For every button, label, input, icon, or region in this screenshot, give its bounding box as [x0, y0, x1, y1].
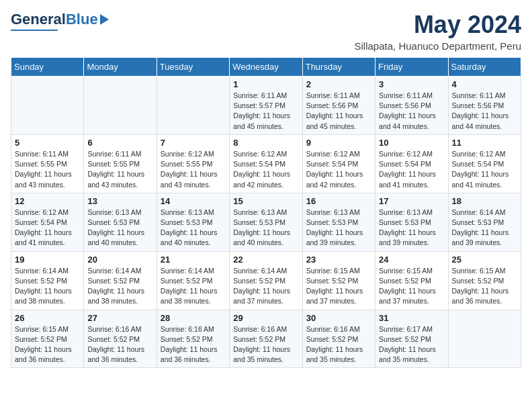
- table-row: 28Sunrise: 6:16 AMSunset: 5:52 PMDayligh…: [157, 310, 229, 368]
- sunset-text: Sunset: 5:53 PM: [161, 218, 213, 226]
- day-number: 29: [233, 313, 298, 323]
- sunset-text: Sunset: 5:52 PM: [452, 277, 504, 285]
- day-number: 2: [306, 79, 371, 89]
- day-info: Sunrise: 6:16 AMSunset: 5:52 PMDaylight:…: [161, 324, 226, 365]
- table-row: 7Sunrise: 6:12 AMSunset: 5:55 PMDaylight…: [157, 134, 229, 193]
- day-number: 4: [452, 79, 517, 89]
- table-row: 27Sunrise: 6:16 AMSunset: 5:52 PMDayligh…: [84, 310, 157, 368]
- table-row: [448, 310, 521, 368]
- sunset-text: Sunset: 5:56 PM: [306, 101, 359, 109]
- sunrise-text: Sunrise: 6:12 AM: [15, 208, 69, 216]
- day-number: 13: [87, 196, 152, 206]
- day-info: Sunrise: 6:13 AMSunset: 5:53 PMDaylight:…: [87, 208, 152, 248]
- table-row: 30Sunrise: 6:16 AMSunset: 5:52 PMDayligh…: [302, 310, 375, 368]
- day-number: 3: [379, 79, 444, 89]
- col-tuesday: Tuesday: [157, 58, 229, 77]
- sunset-text: Sunset: 5:52 PM: [306, 335, 359, 343]
- table-row: 22Sunrise: 6:14 AMSunset: 5:52 PMDayligh…: [230, 251, 302, 310]
- daylight-text: Daylight: 11 hours and 40 minutes.: [161, 228, 218, 246]
- table-row: 9Sunrise: 6:12 AMSunset: 5:54 PMDaylight…: [302, 134, 375, 193]
- day-number: 31: [379, 313, 444, 323]
- table-row: 19Sunrise: 6:14 AMSunset: 5:52 PMDayligh…: [11, 251, 84, 310]
- day-number: 6: [87, 138, 152, 148]
- sunrise-text: Sunrise: 6:14 AM: [161, 267, 214, 275]
- table-row: 8Sunrise: 6:12 AMSunset: 5:54 PMDaylight…: [230, 134, 302, 193]
- day-number: 26: [15, 313, 80, 323]
- day-info: Sunrise: 6:12 AMSunset: 5:54 PMDaylight:…: [233, 149, 298, 190]
- day-number: 21: [161, 255, 226, 265]
- day-info: Sunrise: 6:13 AMSunset: 5:53 PMDaylight:…: [379, 208, 444, 248]
- sunrise-text: Sunrise: 6:11 AM: [87, 150, 141, 158]
- sunset-text: Sunset: 5:52 PM: [306, 277, 359, 285]
- day-number: 30: [306, 313, 371, 323]
- table-row: 2Sunrise: 6:11 AMSunset: 5:56 PMDaylight…: [302, 77, 375, 135]
- table-row: 10Sunrise: 6:12 AMSunset: 5:54 PMDayligh…: [375, 134, 448, 193]
- sunset-text: Sunset: 5:52 PM: [233, 277, 285, 285]
- sunset-text: Sunset: 5:52 PM: [87, 277, 140, 285]
- sunrise-text: Sunrise: 6:16 AM: [306, 325, 360, 333]
- table-row: 17Sunrise: 6:13 AMSunset: 5:53 PMDayligh…: [375, 193, 448, 251]
- day-info: Sunrise: 6:12 AMSunset: 5:54 PMDaylight:…: [379, 149, 444, 190]
- logo-general: General: [11, 11, 66, 28]
- day-info: Sunrise: 6:11 AMSunset: 5:55 PMDaylight:…: [87, 149, 152, 190]
- day-number: 8: [233, 138, 298, 148]
- day-number: 28: [161, 313, 226, 323]
- day-info: Sunrise: 6:11 AMSunset: 5:56 PMDaylight:…: [379, 91, 444, 132]
- day-info: Sunrise: 6:15 AMSunset: 5:52 PMDaylight:…: [379, 266, 444, 307]
- daylight-text: Daylight: 11 hours and 36 minutes.: [15, 345, 72, 363]
- day-number: 16: [306, 196, 371, 206]
- daylight-text: Daylight: 11 hours and 43 minutes.: [15, 170, 72, 188]
- sunset-text: Sunset: 5:54 PM: [233, 160, 285, 168]
- calendar-week-5: 26Sunrise: 6:15 AMSunset: 5:52 PMDayligh…: [11, 310, 521, 368]
- daylight-text: Daylight: 11 hours and 40 minutes.: [87, 228, 144, 246]
- daylight-text: Daylight: 11 hours and 35 minutes.: [379, 345, 436, 363]
- table-row: 20Sunrise: 6:14 AMSunset: 5:52 PMDayligh…: [84, 251, 157, 310]
- day-info: Sunrise: 6:11 AMSunset: 5:57 PMDaylight:…: [233, 91, 298, 132]
- calendar-header-row: Sunday Monday Tuesday Wednesday Thursday…: [11, 58, 521, 77]
- day-number: 15: [233, 196, 298, 206]
- table-row: [11, 77, 84, 135]
- table-row: 29Sunrise: 6:16 AMSunset: 5:52 PMDayligh…: [230, 310, 302, 368]
- day-info: Sunrise: 6:14 AMSunset: 5:52 PMDaylight:…: [87, 266, 152, 307]
- daylight-text: Daylight: 11 hours and 43 minutes.: [161, 170, 218, 188]
- table-row: 23Sunrise: 6:15 AMSunset: 5:52 PMDayligh…: [302, 251, 375, 310]
- sunset-text: Sunset: 5:52 PM: [161, 335, 213, 343]
- daylight-text: Daylight: 11 hours and 36 minutes.: [87, 345, 144, 363]
- sunset-text: Sunset: 5:55 PM: [161, 160, 213, 168]
- col-wednesday: Wednesday: [230, 58, 302, 77]
- table-row: [84, 77, 157, 135]
- day-number: 19: [15, 255, 80, 265]
- table-row: 25Sunrise: 6:15 AMSunset: 5:52 PMDayligh…: [448, 251, 521, 310]
- daylight-text: Daylight: 11 hours and 42 minutes.: [306, 170, 363, 188]
- day-number: 1: [233, 79, 298, 89]
- daylight-text: Daylight: 11 hours and 44 minutes.: [379, 111, 436, 130]
- sunset-text: Sunset: 5:54 PM: [452, 160, 504, 168]
- day-number: 14: [161, 196, 226, 206]
- daylight-text: Daylight: 11 hours and 36 minutes.: [161, 345, 218, 363]
- table-row: [157, 77, 229, 135]
- day-info: Sunrise: 6:16 AMSunset: 5:52 PMDaylight:…: [233, 324, 298, 365]
- col-saturday: Saturday: [448, 58, 521, 77]
- sunrise-text: Sunrise: 6:14 AM: [87, 267, 141, 275]
- day-number: 11: [452, 138, 517, 148]
- day-number: 25: [452, 255, 517, 265]
- day-info: Sunrise: 6:16 AMSunset: 5:52 PMDaylight:…: [87, 324, 152, 365]
- sunrise-text: Sunrise: 6:12 AM: [233, 150, 287, 158]
- logo: General Blue: [11, 11, 109, 31]
- sunset-text: Sunset: 5:54 PM: [15, 218, 67, 226]
- table-row: 31Sunrise: 6:17 AMSunset: 5:52 PMDayligh…: [375, 310, 448, 368]
- location-subtitle: Sillapata, Huanuco Department, Peru: [355, 40, 521, 52]
- sunrise-text: Sunrise: 6:14 AM: [452, 208, 506, 216]
- daylight-text: Daylight: 11 hours and 38 minutes.: [15, 287, 72, 305]
- daylight-text: Daylight: 11 hours and 37 minutes.: [233, 287, 290, 305]
- calendar-week-4: 19Sunrise: 6:14 AMSunset: 5:52 PMDayligh…: [11, 251, 521, 310]
- daylight-text: Daylight: 11 hours and 43 minutes.: [87, 170, 144, 188]
- day-info: Sunrise: 6:11 AMSunset: 5:56 PMDaylight:…: [306, 91, 371, 132]
- day-number: 7: [161, 138, 226, 148]
- daylight-text: Daylight: 11 hours and 42 minutes.: [233, 170, 290, 188]
- col-monday: Monday: [84, 58, 157, 77]
- day-info: Sunrise: 6:17 AMSunset: 5:52 PMDaylight:…: [379, 324, 444, 365]
- table-row: 3Sunrise: 6:11 AMSunset: 5:56 PMDaylight…: [375, 77, 448, 135]
- sunrise-text: Sunrise: 6:15 AM: [452, 267, 506, 275]
- sunrise-text: Sunrise: 6:13 AM: [233, 208, 287, 216]
